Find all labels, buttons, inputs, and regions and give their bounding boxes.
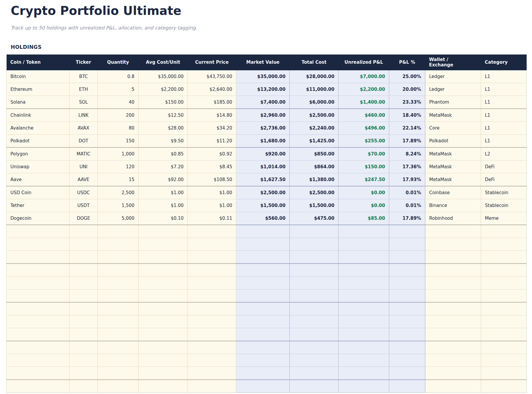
cell-avg_cost[interactable]: $92.00 <box>139 173 188 186</box>
cell-coin-empty[interactable] <box>7 289 69 302</box>
cell-avg_cost[interactable]: $1.00 <box>139 199 188 212</box>
cell-current_price[interactable]: $1.00 <box>188 186 236 199</box>
cell-market_value[interactable]: $1,680.00 <box>236 134 290 147</box>
cell-coin[interactable]: USD Coin <box>7 186 69 199</box>
cell-ticker-empty[interactable] <box>69 354 98 367</box>
cell-unrealized_pl[interactable]: $255.00 <box>339 134 389 147</box>
cell-ticker-empty[interactable] <box>69 341 98 354</box>
cell-category-empty[interactable] <box>481 225 527 238</box>
cell-unrealized_pl[interactable]: $7,000.00 <box>339 70 389 83</box>
cell-total_cost-empty[interactable] <box>290 250 339 264</box>
cell-unrealized_pl-empty[interactable] <box>339 289 389 302</box>
cell-category[interactable]: L1 <box>481 122 527 134</box>
cell-category-empty[interactable] <box>481 250 527 264</box>
cell-pl_pct-empty[interactable] <box>389 264 425 277</box>
cell-quantity[interactable]: 40 <box>98 96 139 109</box>
cell-category-empty[interactable] <box>481 367 527 380</box>
cell-ticker[interactable]: ETH <box>69 83 98 96</box>
cell-coin[interactable]: Chainlink <box>7 109 69 122</box>
cell-wallet[interactable]: Core <box>425 122 481 134</box>
cell-ticker[interactable]: USDC <box>69 186 98 199</box>
cell-wallet[interactable]: Binance <box>425 199 481 212</box>
cell-total_cost[interactable]: $1,425.00 <box>290 134 339 147</box>
cell-total_cost[interactable]: $2,500.00 <box>290 109 339 122</box>
cell-wallet-empty[interactable] <box>425 328 481 341</box>
cell-avg_cost[interactable]: $7.20 <box>139 160 188 173</box>
cell-pl_pct-empty[interactable] <box>389 315 425 328</box>
cell-ticker[interactable]: DOGE <box>69 212 98 225</box>
cell-total_cost-empty[interactable] <box>290 328 339 341</box>
cell-avg_cost-empty[interactable] <box>139 341 188 354</box>
cell-pl_pct-empty[interactable] <box>389 328 425 341</box>
cell-avg_cost-empty[interactable] <box>139 238 188 250</box>
cell-ticker[interactable]: USDT <box>69 199 98 212</box>
cell-wallet-empty[interactable] <box>425 225 481 238</box>
cell-current_price-empty[interactable] <box>188 328 236 341</box>
cell-unrealized_pl-empty[interactable] <box>339 238 389 250</box>
cell-unrealized_pl-empty[interactable] <box>339 302 389 315</box>
cell-category-empty[interactable] <box>481 289 527 302</box>
cell-avg_cost-empty[interactable] <box>139 289 188 302</box>
cell-quantity[interactable]: 5,000 <box>98 212 139 225</box>
cell-wallet-empty[interactable] <box>425 367 481 380</box>
cell-market_value[interactable]: $13,200.00 <box>236 83 290 96</box>
cell-current_price-empty[interactable] <box>188 380 236 393</box>
cell-coin-empty[interactable] <box>7 328 69 341</box>
cell-avg_cost[interactable]: $28.00 <box>139 122 188 134</box>
cell-current_price[interactable]: $43,750.00 <box>188 70 236 83</box>
cell-wallet[interactable]: Polkadot <box>425 134 481 147</box>
cell-current_price[interactable]: $1.00 <box>188 199 236 212</box>
cell-ticker-empty[interactable] <box>69 289 98 302</box>
cell-wallet-empty[interactable] <box>425 276 481 289</box>
cell-current_price[interactable]: $14.80 <box>188 109 236 122</box>
cell-pl_pct-empty[interactable] <box>389 289 425 302</box>
cell-total_cost[interactable]: $850.00 <box>290 147 339 161</box>
cell-category[interactable]: L1 <box>481 134 527 147</box>
cell-total_cost[interactable]: $2,500.00 <box>290 186 339 199</box>
cell-current_price[interactable]: $8.45 <box>188 160 236 173</box>
cell-pl_pct[interactable]: 18.40% <box>389 109 425 122</box>
cell-category-empty[interactable] <box>481 354 527 367</box>
cell-market_value-empty[interactable] <box>236 238 290 250</box>
cell-total_cost[interactable]: $6,000.00 <box>290 96 339 109</box>
cell-avg_cost-empty[interactable] <box>139 264 188 277</box>
cell-coin-empty[interactable] <box>7 225 69 238</box>
cell-market_value-empty[interactable] <box>236 289 290 302</box>
cell-unrealized_pl-empty[interactable] <box>339 354 389 367</box>
cell-category-empty[interactable] <box>481 341 527 354</box>
cell-total_cost-empty[interactable] <box>290 354 339 367</box>
cell-ticker-empty[interactable] <box>69 302 98 315</box>
cell-category[interactable]: L2 <box>481 147 527 161</box>
cell-avg_cost-empty[interactable] <box>139 302 188 315</box>
cell-pl_pct[interactable]: 17.89% <box>389 134 425 147</box>
cell-coin[interactable]: Polkadot <box>7 134 69 147</box>
cell-pl_pct-empty[interactable] <box>389 225 425 238</box>
cell-coin[interactable]: Avalanche <box>7 122 69 134</box>
cell-ticker-empty[interactable] <box>69 276 98 289</box>
cell-total_cost-empty[interactable] <box>290 225 339 238</box>
cell-quantity-empty[interactable] <box>98 328 139 341</box>
cell-wallet-empty[interactable] <box>425 289 481 302</box>
cell-category[interactable]: DeFi <box>481 173 527 186</box>
cell-ticker[interactable]: LINK <box>69 109 98 122</box>
cell-category-empty[interactable] <box>481 276 527 289</box>
cell-pl_pct[interactable]: 25.00% <box>389 70 425 83</box>
cell-pl_pct[interactable]: 20.00% <box>389 83 425 96</box>
cell-quantity[interactable]: 1,000 <box>98 147 139 161</box>
cell-market_value[interactable]: $920.00 <box>236 147 290 161</box>
cell-market_value[interactable]: $2,960.00 <box>236 109 290 122</box>
cell-unrealized_pl[interactable]: $150.00 <box>339 160 389 173</box>
cell-avg_cost[interactable]: $150.00 <box>139 96 188 109</box>
cell-wallet[interactable]: Phantom <box>425 96 481 109</box>
cell-total_cost[interactable]: $475.00 <box>290 212 339 225</box>
cell-category[interactable]: Stablecoin <box>481 186 527 199</box>
cell-coin-empty[interactable] <box>7 250 69 264</box>
cell-coin-empty[interactable] <box>7 367 69 380</box>
cell-ticker[interactable]: UNI <box>69 160 98 173</box>
cell-coin[interactable]: Solana <box>7 96 69 109</box>
cell-coin-empty[interactable] <box>7 238 69 250</box>
cell-avg_cost[interactable]: $0.85 <box>139 147 188 161</box>
cell-category[interactable]: DeFi <box>481 160 527 173</box>
cell-quantity-empty[interactable] <box>98 276 139 289</box>
cell-avg_cost[interactable]: $0.10 <box>139 212 188 225</box>
